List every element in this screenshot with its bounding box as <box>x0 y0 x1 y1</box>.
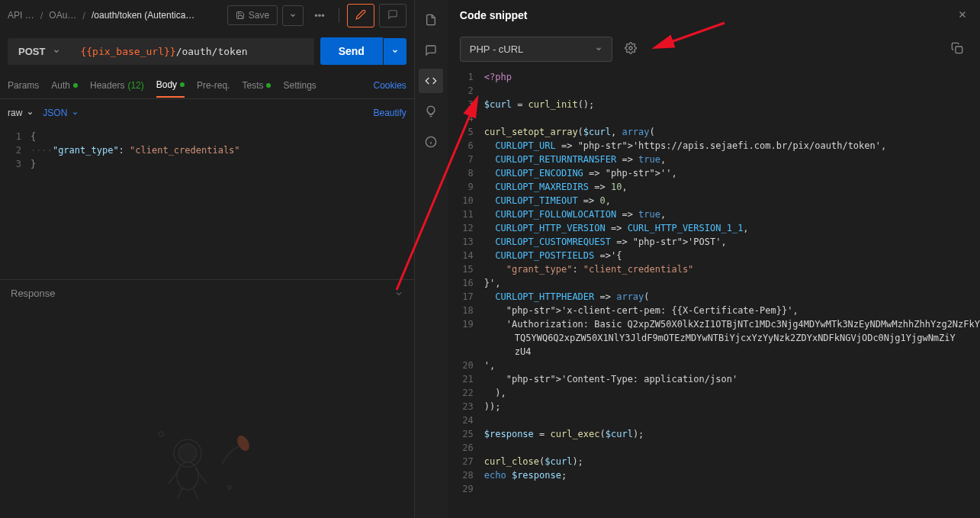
info-icon-button[interactable] <box>419 130 443 154</box>
settings-button[interactable] <box>620 37 641 61</box>
docs-icon-button[interactable] <box>419 8 443 32</box>
chevron-down-icon <box>391 47 399 55</box>
comment-icon <box>387 9 398 20</box>
comment-button[interactable] <box>379 4 406 27</box>
info-icon <box>425 136 437 148</box>
tab-body[interactable]: Body <box>156 73 185 98</box>
breadcrumb: API … / OAu… / /oauth/token (Autentica… <box>8 10 194 21</box>
send-dropdown[interactable] <box>384 38 406 65</box>
cookies-link[interactable]: Cookies <box>374 80 406 91</box>
astronaut-illustration <box>146 411 268 503</box>
url-input[interactable]: {{pix_base_url}}/oauth/token <box>71 38 313 65</box>
language-select[interactable]: PHP - cURL <box>460 37 612 62</box>
chevron-down-icon <box>27 110 34 117</box>
save-label: Save <box>249 10 269 21</box>
chevron-down-icon <box>53 47 60 55</box>
gear-icon <box>625 42 637 54</box>
chevron-down-icon <box>595 45 602 53</box>
body-format-select[interactable]: JSON <box>43 108 79 118</box>
comments-icon-button[interactable] <box>419 38 443 63</box>
code-icon <box>425 75 437 87</box>
send-button[interactable]: Send <box>320 37 383 65</box>
status-dot-icon <box>73 83 78 88</box>
pencil-icon <box>355 9 366 20</box>
chevron-down-icon[interactable] <box>394 289 403 298</box>
dots-icon: ••• <box>314 10 325 21</box>
copy-icon <box>951 42 963 54</box>
breadcrumb-item[interactable]: API … <box>8 10 34 21</box>
snippet-gutter: 12345678910111213141516171819 2021222324… <box>448 67 484 518</box>
code-icon-button[interactable] <box>419 69 443 93</box>
close-button[interactable] <box>957 9 968 22</box>
status-dot-icon <box>266 83 271 88</box>
more-button[interactable]: ••• <box>308 6 331 25</box>
chevron-down-icon <box>289 11 297 19</box>
side-toolbar <box>415 0 448 518</box>
save-dropdown[interactable] <box>282 5 304 26</box>
lightbulb-icon-button[interactable] <box>419 99 443 124</box>
status-dot-icon <box>180 82 185 87</box>
svg-line-5 <box>178 487 182 499</box>
tab-prereq[interactable]: Pre-req. <box>197 73 230 98</box>
url-variable: {{pix_base_url}} <box>80 46 175 57</box>
svg-point-8 <box>159 432 163 436</box>
svg-line-6 <box>193 487 198 499</box>
svg-point-9 <box>228 486 231 489</box>
request-body-editor[interactable]: 123 { ····"grant_type": "client_credenti… <box>0 127 414 279</box>
svg-point-1 <box>178 444 197 462</box>
tab-headers[interactable]: Headers (12) <box>90 73 144 98</box>
language-value: PHP - cURL <box>470 43 524 55</box>
save-button[interactable]: Save <box>227 5 278 25</box>
beautify-button[interactable]: Beautify <box>374 108 406 118</box>
tab-tests[interactable]: Tests <box>242 73 271 98</box>
file-icon <box>425 14 437 26</box>
snippet-code[interactable]: <?php $curl = curl_init(); curl_setopt_a… <box>484 67 980 518</box>
editor-gutter: 123 <box>0 127 31 279</box>
svg-point-15 <box>629 47 632 50</box>
snippet-title: Code snippet <box>460 9 528 21</box>
copy-button[interactable] <box>946 37 968 61</box>
lightbulb-icon <box>425 105 437 117</box>
tab-settings[interactable]: Settings <box>283 73 316 98</box>
edit-button[interactable] <box>347 4 374 27</box>
breadcrumb-sep: / <box>82 10 85 21</box>
body-type-select[interactable]: raw <box>8 108 34 118</box>
close-icon <box>957 9 968 20</box>
tab-params[interactable]: Params <box>8 73 39 98</box>
message-icon <box>425 44 437 56</box>
divider <box>339 8 339 23</box>
breadcrumb-item[interactable]: OAu… <box>49 10 76 21</box>
save-icon <box>236 11 245 20</box>
url-path: /oauth/token <box>176 46 248 57</box>
svg-point-7 <box>236 434 251 452</box>
method-select[interactable]: POST <box>8 38 71 65</box>
response-body <box>0 307 414 518</box>
snippet-editor[interactable]: 12345678910111213141516171819 2021222324… <box>448 67 980 518</box>
breadcrumb-current[interactable]: /oauth/token (Autentica… <box>92 10 194 21</box>
response-label: Response <box>11 288 56 299</box>
method-value: POST <box>18 46 45 57</box>
tab-auth[interactable]: Auth <box>51 73 78 98</box>
svg-rect-16 <box>956 47 962 53</box>
breadcrumb-sep: / <box>40 10 43 21</box>
chevron-down-icon <box>72 110 79 117</box>
